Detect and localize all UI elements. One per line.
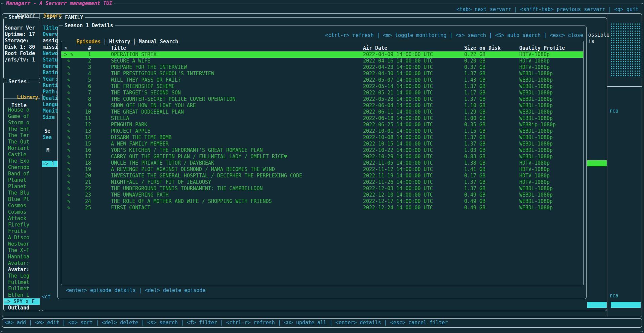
episode-quality: WEBDL-1080p — [519, 185, 583, 192]
series-list-item[interactable]: Avatar: — [4, 260, 40, 266]
episode-gap — [91, 173, 111, 179]
episode-gap — [91, 128, 111, 134]
episode-row[interactable]: ✎2SECURE A WIFE2022-04-16 14:00:00 UTC0.… — [61, 58, 583, 64]
series-detail-label: Langu — [43, 101, 58, 108]
episode-number: 19 — [81, 166, 91, 173]
monitored-column-header-pencil-icon: ✎ — [61, 45, 81, 51]
episode-quality: HDTV-1080p — [519, 64, 583, 71]
series-list-item[interactable]: Fullmet — [4, 286, 40, 292]
episode-row[interactable]: ✎7THE TARGET'S SECOND SON2022-05-21 14:0… — [61, 90, 583, 96]
episode-row[interactable]: ✎3PREPARE FOR THE INTERVIEW2022-04-23 14… — [61, 64, 583, 71]
episode-monitored-pencil-icon: ✎ — [61, 71, 81, 77]
episode-air-date: 2022-04-23 14:00:00 UTC — [363, 64, 464, 71]
episode-title: THE UNDERGROUND TENNIS TOURNAMENT: THE C… — [111, 185, 363, 192]
episode-row[interactable]: ✎19A REVENGE PLOT AGAINST DESMOND / MAMA… — [61, 166, 583, 173]
series-list-item[interactable]: Chernob — [4, 164, 40, 171]
series-list-item[interactable]: Cosmos — [4, 203, 40, 209]
episode-title: INVESTIGATE THE GENERAL HOSPITAL / DECIP… — [111, 173, 363, 179]
series-list-item[interactable]: Game of — [4, 113, 40, 120]
series-list-item[interactable]: The X-F — [4, 247, 40, 254]
episode-gap — [91, 198, 111, 205]
series-list-item[interactable]: The Enf — [4, 126, 40, 132]
series-list-item[interactable]: Firefly — [4, 222, 40, 228]
tab-radarr[interactable]: Radarr — [17, 13, 35, 19]
series-list-item[interactable]: Planet — [4, 183, 40, 190]
episode-row[interactable]: ✎18UNCLE THE PRIVATE TUTOR / DAYBREAK202… — [61, 160, 583, 166]
series-list-item[interactable]: Castle — [4, 152, 40, 158]
tab-library[interactable]: Library — [17, 94, 38, 100]
episode-row[interactable]: ✎11STELLA2022-06-18 14:00:00 UTC1.00 GBW… — [61, 115, 583, 122]
episode-row[interactable]: ✎20INVESTIGATE THE GENERAL HOSPITAL / DE… — [61, 173, 583, 179]
tab-history[interactable]: History — [109, 39, 130, 45]
episode-row[interactable]: ✎25FIRST CONTACT2022-12-24 14:00:00 UTC0… — [61, 205, 583, 211]
series-list-item[interactable]: A Disco — [4, 235, 40, 241]
episode-air-date: 2022-12-24 14:00:00 UTC — [363, 205, 464, 211]
episode-monitored-pencil-icon: ✎ — [61, 58, 81, 64]
series-list-item[interactable]: The Blu — [4, 190, 40, 196]
series-list-item[interactable]: Hanniba — [4, 254, 40, 260]
episode-number: 11 — [81, 115, 91, 122]
episode-row[interactable]: ✎8THE COUNTER-SECRET POLICE COVER OPERAT… — [61, 96, 583, 102]
episode-row[interactable]: ✎17CARRY OUT THE GRIFFIN PLAN / FULLMETA… — [61, 154, 583, 160]
episode-quality: HDTV-1080p — [519, 160, 583, 166]
episode-row[interactable]: ✎10THE GREAT DODGEBALL PLAN2022-06-11 14… — [61, 109, 583, 115]
episode-quality: WEBDL-1080p — [519, 102, 583, 109]
series-list-item[interactable]: Fullmet — [4, 279, 40, 286]
series-list-item[interactable]: Fruits — [4, 228, 40, 235]
stat-line: /nfs/tv: 1 — [5, 57, 38, 63]
episode-size: 1.37 GB — [464, 141, 519, 147]
episode-row[interactable]: ✎23THE UNWAVERING PATH2022-12-10 14:00:0… — [61, 192, 583, 198]
series-list-item[interactable]: The Exo — [4, 158, 40, 164]
series-list-item[interactable]: Moriart — [4, 145, 40, 152]
series-list-item[interactable]: Band of — [4, 171, 40, 177]
seasons-help-fragment: <ct — [42, 294, 51, 300]
episode-number: 16 — [81, 147, 91, 154]
tab-episodes[interactable]: Episodes — [76, 39, 100, 45]
episode-size: 0.83 GB — [464, 154, 519, 160]
tab-manual-search[interactable]: Manual Search — [139, 39, 178, 45]
episode-air-date: 2022-10-22 14:00:00 UTC — [363, 147, 464, 154]
series-list-item[interactable]: Planet — [4, 177, 40, 183]
series-list-item[interactable]: Cosmos — [4, 209, 40, 215]
episode-row[interactable]: ✎12PENGUIN PARK2022-06-25 14:00:00 UTC0.… — [61, 122, 583, 128]
series-detail-label: Netwo — [43, 50, 58, 57]
episode-number: 10 — [81, 109, 91, 115]
series-list-item[interactable]: House o — [4, 107, 40, 113]
episode-title: THE TARGET'S SECOND SON — [111, 90, 363, 96]
episode-row[interactable]: ✎14DISARM THE TIME BOMB2022-10-08 14:00:… — [61, 134, 583, 141]
series-list-item[interactable]: The Ter — [4, 132, 40, 139]
episode-monitored-pencil-icon: ✎ — [61, 96, 81, 102]
episode-monitored-pencil-icon: ✎ — [61, 122, 81, 128]
series-list-item[interactable]: The Leg — [4, 273, 40, 279]
series-list-item[interactable]: Blue Pl — [4, 196, 40, 203]
episode-row[interactable]: ✎9SHOW OFF HOW IN LOVE YOU ARE2022-06-04… — [61, 102, 583, 109]
episode-row[interactable]: ✎22THE UNDERGROUND TENNIS TOURNAMENT: TH… — [61, 185, 583, 192]
episode-gap — [91, 71, 111, 77]
series-list-item[interactable]: The Out — [4, 139, 40, 145]
episode-title: CARRY OUT THE GRIFFIN PLAN / FULLMETAL L… — [111, 154, 363, 160]
series-list-item[interactable]: Outland — [4, 305, 40, 311]
episode-row[interactable]: ✎15A NEW FAMILY MEMBER2022-10-15 14:00:0… — [61, 141, 583, 147]
episode-monitored-pencil-icon: ✎ — [61, 205, 81, 211]
series-list-item[interactable]: => SPY x F — [4, 298, 40, 305]
episode-quality: HDTV-1080p — [519, 173, 583, 179]
series-detail-label: Monit — [43, 108, 58, 114]
episode-row[interactable]: ✎6THE FRIENDSHIP SCHEME2022-05-14 14:00:… — [61, 83, 583, 90]
episode-row[interactable]: ✎13PROJECT APPLE2022-10-01 14:00:00 UTC1… — [61, 128, 583, 134]
episode-row[interactable]: => ✎1OPERATION STRIX2022-04-09 14:00:00 … — [61, 51, 583, 58]
series-list-item[interactable]: Elfen L — [4, 292, 40, 298]
right-column-rule — [607, 86, 642, 87]
series-list-item[interactable]: Westwor — [4, 241, 40, 247]
episode-row[interactable]: ✎16YOR'S KITCHEN / THE INFORMANT'S GREAT… — [61, 147, 583, 154]
episode-row[interactable]: ✎4THE PRESTIGIOUS SCHOOL'S INTERVIEW2022… — [61, 71, 583, 77]
episode-row[interactable]: ✎24THE ROLE OF A MOTHER AND WIFE / SHOPP… — [61, 198, 583, 205]
episode-title: STELLA — [111, 115, 363, 122]
tab-sonarr[interactable]: Sonarr — [43, 13, 62, 19]
series-list-item[interactable]: Attack — [4, 215, 40, 222]
episode-quality: WEBDL-1080p — [519, 90, 583, 96]
series-list-item[interactable]: Storm o — [4, 120, 40, 126]
episode-row[interactable]: ✎5WILL THEY PASS OR FAIL?2022-05-07 14:0… — [61, 77, 583, 83]
episode-row[interactable]: ✎21NIGHTFALL / FIRST FIT OF JEALOUSY2022… — [61, 179, 583, 185]
series-list-item[interactable]: Avatar: — [4, 266, 40, 273]
episode-quality: WEBDL-1080p — [519, 96, 583, 102]
